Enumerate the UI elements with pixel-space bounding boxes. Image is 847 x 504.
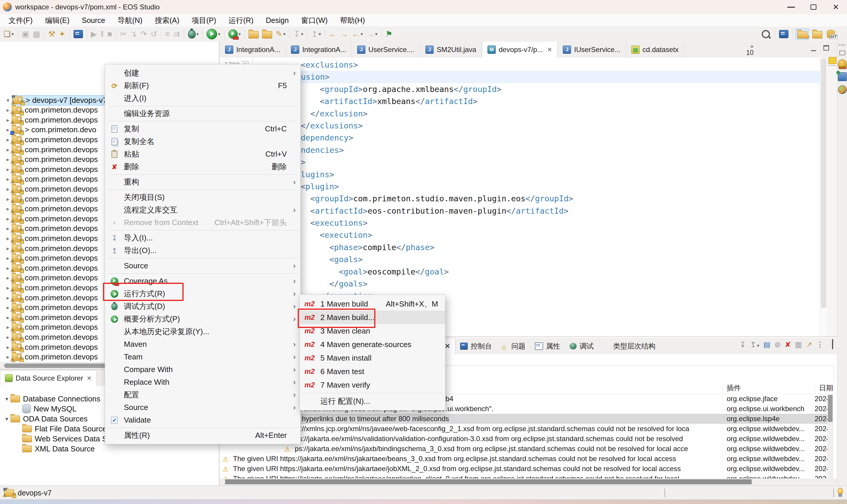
code-line-1803[interactable]: <executions> xyxy=(253,217,820,229)
menubar-item-6[interactable]: 运行(R) xyxy=(222,14,260,26)
debug-perspective-button[interactable] xyxy=(811,29,824,39)
code-line-1801[interactable]: <groupId>com.primeton.studio.maven.plugi… xyxy=(253,193,820,204)
forward-button[interactable]: →▾ xyxy=(365,29,378,39)
java-perspective-button[interactable] xyxy=(795,29,809,40)
context-menu-item-29[interactable]: Compare With› xyxy=(105,363,300,376)
menubar-item-5[interactable]: 项目(P) xyxy=(186,14,222,26)
column-header-2[interactable]: 日期 xyxy=(815,382,837,394)
run-as-item-5[interactable]: m26 Maven test xyxy=(300,365,445,378)
editor-tab-0[interactable]: JIntegrationA... xyxy=(220,42,286,58)
menubar-item-2[interactable]: Source xyxy=(75,14,111,26)
export-log-button[interactable]: ↥▾ xyxy=(750,340,759,349)
close-icon[interactable]: ✕ xyxy=(445,342,450,350)
open-log-button[interactable]: ▤ xyxy=(763,340,771,349)
step-return-button[interactable]: ↺ xyxy=(150,29,158,39)
export-entry-button[interactable]: ↗ xyxy=(806,340,812,349)
clear-log-button[interactable]: ⊘ xyxy=(775,340,781,349)
context-menu-item-20[interactable]: Source› xyxy=(105,259,300,272)
code-line-1797[interactable]: </dependencies> xyxy=(253,144,820,156)
code-line-1807[interactable]: <goal>eoscompile</goal> xyxy=(253,266,820,278)
use-step-filters-button[interactable]: ≡ xyxy=(164,29,171,39)
context-menu-item-15[interactable]: ⚬Remove from ContextCtrl+Alt+Shift+下箭头 xyxy=(105,216,300,229)
editor-tab-2[interactable]: JUserService.... xyxy=(352,42,420,58)
code-line-1805[interactable]: <phase>compile</phase> xyxy=(253,241,820,253)
log-vscrollbar-thumb[interactable] xyxy=(828,395,833,422)
code-line-1800[interactable]: <plugin> xyxy=(253,180,820,193)
editor-tab-5[interactable]: JIUserService... xyxy=(557,42,626,58)
save-button[interactable]: ▣ xyxy=(21,29,30,39)
context-menu-item-28[interactable]: Team› xyxy=(105,350,300,363)
log-row-3[interactable]: ⚠p://xmlns.jcp.org/xml/ns/javaee/web-fac… xyxy=(220,424,827,434)
run-as-item-6[interactable]: m27 Maven verify xyxy=(300,378,445,392)
editor-vscrollbar-thumb[interactable] xyxy=(821,58,826,308)
editor-vscrollbar[interactable] xyxy=(820,58,828,337)
code-line-1795[interactable]: </exclusions> xyxy=(253,120,820,132)
log-maximize-button[interactable] xyxy=(832,340,833,349)
context-menu-item-1[interactable]: ⟳刷新(F)F5 xyxy=(105,79,300,92)
context-menu-item-33[interactable]: ✔Validate xyxy=(105,414,300,427)
resume-button[interactable]: ▶ xyxy=(90,29,98,39)
log-row-6[interactable]: ⚠The given URI https://jakarta.ee/xml/ns… xyxy=(220,454,827,464)
restore-log-button[interactable]: ▥ xyxy=(795,340,802,349)
editor-tab-overflow[interactable]: »10 xyxy=(746,43,754,56)
context-menu-item-13[interactable]: 关闭项目(S) xyxy=(105,191,300,204)
minimize-button[interactable] xyxy=(780,0,802,14)
menubar-item-1[interactable]: 编辑(E) xyxy=(39,14,75,26)
search-icon[interactable] xyxy=(762,30,770,38)
menubar-item-4[interactable]: 搜索(A) xyxy=(149,14,185,26)
context-menu-item-25[interactable]: 概要分析方式(P)› xyxy=(105,313,300,325)
close-icon[interactable]: ✕ xyxy=(547,46,552,53)
code-line-1808[interactable]: </goals> xyxy=(253,278,820,290)
menubar-item-3[interactable]: 导航(N) xyxy=(111,14,149,26)
next-annotation-button[interactable]: ↧▾ xyxy=(293,29,304,39)
editor-tab-4[interactable]: Mdevops-v7/p...✕ xyxy=(482,42,558,58)
disconnect-button[interactable]: ✂ xyxy=(119,29,128,39)
context-menu-item-32[interactable]: Source› xyxy=(105,401,300,414)
context-menu-item-27[interactable]: Maven› xyxy=(105,338,300,350)
generate-eos-button[interactable]: ✦ xyxy=(58,29,67,39)
log-hscrollbar-thumb[interactable] xyxy=(225,479,752,484)
code-line-1793[interactable]: <artifactId>xmlbeans</artifactId> xyxy=(253,95,820,107)
restore-view-button[interactable] xyxy=(839,51,845,55)
context-menu-item-8[interactable]: 粘贴Ctrl+V xyxy=(105,148,300,160)
warning-marker[interactable] xyxy=(828,57,836,64)
tip-lamp-icon[interactable] xyxy=(837,488,843,497)
new-button[interactable]: ❏▾ xyxy=(3,29,15,39)
code-line-1794[interactable]: </exclusion> xyxy=(253,108,820,120)
eos-console-button[interactable] xyxy=(73,30,84,39)
delete-log-button[interactable]: ✘ xyxy=(784,340,791,349)
open-perspective-button[interactable] xyxy=(778,30,789,39)
context-menu-item-24[interactable]: 调试方式(D)› xyxy=(105,300,300,313)
context-menu-item-2[interactable]: 进入(I) xyxy=(105,92,300,105)
skip-all-breakpoints-button[interactable]: ⇉ xyxy=(172,29,181,39)
previous-annotation-button[interactable]: ↥▾ xyxy=(310,29,322,39)
code-line-1796[interactable]: </dependency> xyxy=(253,132,820,144)
run-as-item-4[interactable]: m25 Maven install xyxy=(300,351,445,365)
pin-editor-button[interactable]: ⚑ xyxy=(384,29,393,39)
column-header-1[interactable]: 插件 xyxy=(722,382,815,394)
editor-maximize-button[interactable] xyxy=(824,45,829,52)
code-line-1792[interactable]: <groupId>org.apache.xmlbeans</groupId> xyxy=(253,83,820,95)
code-line-1804[interactable]: <execution> xyxy=(253,229,820,241)
code-line-1799[interactable]: <plugins> xyxy=(253,168,820,180)
close-button[interactable]: ✕ xyxy=(825,0,847,14)
dse-item-5[interactable]: XML Data Source xyxy=(0,444,219,454)
menubar-item-7[interactable]: Design xyxy=(260,14,295,26)
bottom-tab-5[interactable]: 类型层次结构 xyxy=(599,338,660,354)
menubar-item-9[interactable]: 帮助(H) xyxy=(334,14,371,26)
debug-button[interactable]: ▾ xyxy=(187,29,200,39)
remote-systems-icon[interactable] xyxy=(838,72,847,81)
run-as-item-3[interactable]: m24 Maven generate-sources xyxy=(300,338,445,351)
web-browser-icon[interactable] xyxy=(838,85,847,94)
forward-edit-location-button[interactable]: → xyxy=(340,29,349,39)
import-project-button[interactable] xyxy=(261,29,273,39)
import-log-button[interactable]: ↧ xyxy=(740,340,746,349)
context-menu-item-35[interactable]: 属性(R)Alt+Enter xyxy=(105,429,300,442)
context-menu-item-4[interactable]: 编辑业务资源 xyxy=(105,107,300,120)
context-menu-item-30[interactable]: Replace With› xyxy=(105,376,300,389)
bottom-tab-3[interactable]: 属性 xyxy=(530,338,565,354)
save-all-button[interactable]: ▦ xyxy=(32,29,41,39)
menubar-item-0[interactable]: 文件(F) xyxy=(2,14,39,26)
context-menu-item-14[interactable]: 流程定义库交互› xyxy=(105,204,300,216)
log-row-5[interactable]: ⚠ps://jakarta.ee/xml/ns/jaxb/bindingsche… xyxy=(220,444,827,454)
